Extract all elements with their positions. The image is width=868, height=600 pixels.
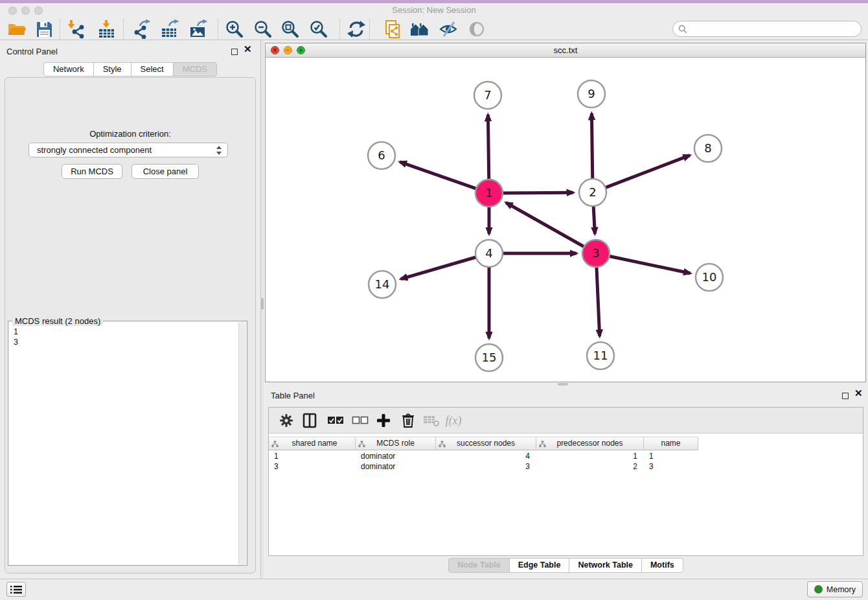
search-box[interactable]	[672, 21, 862, 37]
tab-edge-table[interactable]: Edge Table	[509, 558, 570, 573]
node-2[interactable]: 2	[579, 179, 606, 206]
mcds-result-item: 1	[14, 327, 236, 337]
export-table-button[interactable]	[159, 19, 180, 40]
memory-label: Memory	[827, 585, 856, 594]
node-4[interactable]: 4	[475, 240, 503, 267]
node-14[interactable]: 14	[369, 271, 396, 298]
table-cell[interactable]: dominator	[356, 451, 436, 461]
open-file-button[interactable]	[6, 19, 27, 40]
refresh-button[interactable]	[346, 19, 367, 40]
node-11[interactable]: 11	[587, 342, 614, 369]
home-button[interactable]	[409, 19, 430, 40]
hide-graphics-details-button[interactable]	[438, 19, 459, 40]
node-table-container: f(x) shared name MCDS role successor nod…	[268, 407, 863, 556]
zoom-out-button[interactable]	[253, 19, 273, 40]
close-panel-icon[interactable]: ✕	[854, 390, 863, 397]
tab-motifs[interactable]: Motifs	[641, 558, 683, 573]
table-row[interactable]: 1dominator411	[269, 451, 863, 461]
edge-4-14[interactable]	[401, 257, 478, 279]
tab-style[interactable]: Style	[93, 62, 131, 76]
edge-3-1[interactable]	[506, 203, 586, 248]
zoom-selected-button[interactable]	[308, 19, 329, 40]
column-header-successor-nodes[interactable]: successor nodes	[436, 437, 536, 450]
edge-2-8[interactable]	[604, 156, 690, 189]
clone-network-button[interactable]	[382, 19, 403, 40]
import-network-icon	[67, 19, 86, 39]
edge-2-9[interactable]	[591, 113, 592, 181]
edge-1-2[interactable]	[501, 192, 573, 193]
tab-mcds[interactable]: MCDS	[173, 62, 217, 76]
node-3[interactable]: 3	[582, 240, 610, 267]
float-panel-icon[interactable]	[231, 49, 238, 55]
attribute-icon	[358, 441, 365, 448]
node-label: 11	[593, 349, 608, 362]
close-panel-button[interactable]: Close panel	[131, 164, 199, 179]
node-8[interactable]: 8	[694, 135, 722, 162]
show-column-button[interactable]	[301, 412, 318, 429]
deselect-all-rows-button[interactable]	[352, 412, 369, 429]
table-cell[interactable]: 2	[536, 461, 644, 472]
network-canvas[interactable]: 7968124314101511	[266, 58, 865, 382]
float-panel-icon[interactable]	[842, 393, 849, 399]
edge-2-3[interactable]	[593, 204, 595, 234]
table-cell[interactable]: 1	[644, 451, 698, 461]
table-cell[interactable]: dominator	[356, 461, 436, 472]
tab-network[interactable]: Network	[43, 62, 94, 76]
zoom-fit-icon	[280, 19, 300, 39]
node-10[interactable]: 10	[696, 264, 723, 291]
task-history-button[interactable]	[6, 582, 26, 597]
table-panel-tabs: Node TableEdge TableNetwork TableMotifs	[264, 558, 868, 573]
divider-grip[interactable]	[261, 298, 264, 310]
edge-1-7[interactable]	[488, 115, 488, 181]
edge-1-6[interactable]	[400, 162, 478, 189]
import-network-button[interactable]	[66, 19, 87, 40]
table-cell[interactable]: 3	[269, 461, 356, 472]
search-input[interactable]	[691, 25, 861, 34]
tab-select[interactable]: Select	[131, 62, 174, 76]
node-1[interactable]: 1	[475, 179, 503, 207]
node-7[interactable]: 7	[474, 82, 501, 109]
table-cell[interactable]: 1	[536, 451, 644, 461]
node-6[interactable]: 6	[368, 142, 395, 169]
deselect-all-icon	[352, 416, 369, 425]
edge-3-10[interactable]	[608, 256, 691, 273]
export-image-button[interactable]	[188, 19, 209, 40]
node-9[interactable]: 9	[578, 80, 605, 108]
column-header-shared-name[interactable]: shared name	[269, 437, 356, 450]
delete-column-button[interactable]	[400, 412, 417, 429]
eye-slash-icon	[439, 19, 458, 39]
column-header-predecessor-nodes[interactable]: predecessor nodes	[536, 437, 644, 450]
columns-icon	[303, 413, 317, 428]
column-header-name[interactable]: name	[644, 437, 698, 450]
select-all-rows-button[interactable]	[327, 412, 344, 429]
mcds-result-item: 3	[14, 337, 236, 347]
table-cell[interactable]: 3	[436, 461, 536, 472]
close-panel-icon[interactable]: ✕	[244, 46, 252, 52]
export-table-icon	[160, 19, 179, 39]
table-cell[interactable]: 1	[269, 451, 356, 461]
node-15[interactable]: 15	[475, 344, 503, 371]
run-mcds-button[interactable]: Run MCDS	[62, 164, 122, 179]
network-table-splitter[interactable]	[265, 382, 866, 387]
splitter-grip[interactable]	[558, 383, 568, 386]
create-column-button[interactable]	[375, 412, 392, 429]
dropdown-stepper-icon	[216, 145, 222, 156]
criterion-dropdown[interactable]: strongly connected component	[29, 143, 228, 157]
tab-node-table[interactable]: Node Table	[448, 558, 509, 573]
clone-network-icon	[383, 19, 402, 39]
table-cell[interactable]: 3	[644, 461, 698, 472]
table-row[interactable]: 3dominator323	[269, 461, 863, 472]
save-session-button[interactable]	[34, 19, 54, 40]
table-cell[interactable]: 4	[436, 451, 536, 461]
import-table-button[interactable]	[96, 19, 117, 40]
tab-network-table[interactable]: Network Table	[569, 558, 642, 573]
edge-3-11[interactable]	[597, 265, 600, 336]
result-scrollbar[interactable]	[238, 322, 246, 564]
table-settings-button[interactable]	[278, 412, 295, 429]
column-header-mcds-role[interactable]: MCDS role	[356, 437, 436, 450]
zoom-fit-content-button[interactable]	[280, 19, 301, 40]
export-network-button[interactable]	[131, 19, 152, 40]
network-window-titlebar[interactable]: × − + scc.txt	[266, 43, 865, 58]
memory-button[interactable]: Memory	[807, 581, 863, 597]
zoom-in-button[interactable]	[224, 19, 245, 40]
